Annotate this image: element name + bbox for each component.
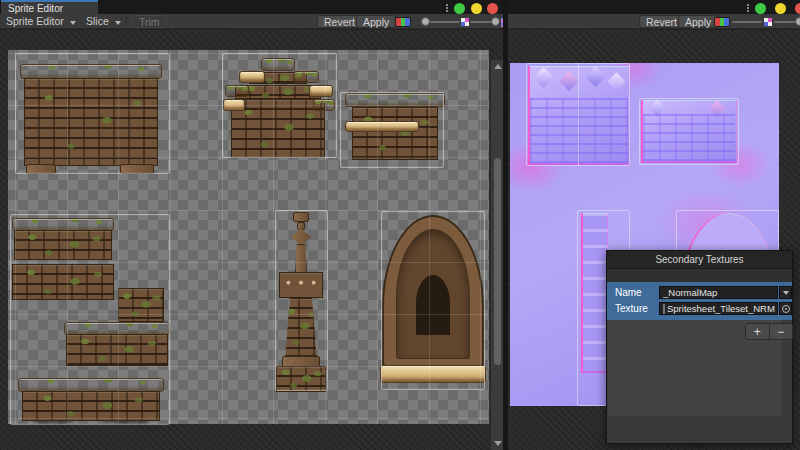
sprite-brick-bar[interactable] bbox=[12, 218, 114, 260]
sprite-arched-portal[interactable] bbox=[382, 215, 484, 383]
chevron-down-icon bbox=[68, 15, 76, 27]
list-edit-buttons: + − bbox=[745, 323, 793, 340]
tab-sprite-editor[interactable]: Sprite Editor bbox=[1, 0, 98, 14]
panel-band bbox=[607, 269, 792, 282]
rgb-alpha-toggle-icon[interactable] bbox=[395, 17, 411, 27]
right-tab-bar bbox=[508, 0, 800, 14]
left-tab-bar: Sprite Editor bbox=[0, 0, 503, 14]
normal-map-canvas[interactable]: Secondary Textures Name _NormalMap Textu… bbox=[508, 30, 800, 450]
selected-entry[interactable]: Name _NormalMap Texture Spritesheet_Tile… bbox=[607, 282, 792, 320]
zoom-slider[interactable] bbox=[426, 21, 460, 23]
rgb-alpha-toggle-icon[interactable] bbox=[714, 17, 730, 27]
more-options-icon[interactable] bbox=[747, 4, 749, 6]
zoom-slider-knob[interactable] bbox=[421, 17, 430, 26]
panel-title: Secondary Textures bbox=[607, 251, 792, 269]
window-dot-yellow-icon[interactable] bbox=[471, 3, 482, 14]
nm-wall-tile bbox=[528, 66, 630, 165]
sprite-brick-bar[interactable] bbox=[118, 288, 164, 322]
scrollbar-thumb[interactable] bbox=[494, 158, 501, 365]
apply-button[interactable]: Apply bbox=[678, 15, 718, 28]
remove-entry-button[interactable]: − bbox=[770, 324, 793, 339]
chevron-down-icon bbox=[113, 15, 121, 27]
vertical-scrollbar[interactable] bbox=[490, 60, 503, 450]
mipmap-small-icon bbox=[461, 18, 469, 26]
right-toolbar: Revert Apply bbox=[508, 14, 800, 29]
sprite-stone-wall[interactable] bbox=[20, 64, 162, 174]
sprite-platform-block[interactable] bbox=[345, 93, 445, 160]
secondary-textures-panel: Secondary Textures Name _NormalMap Textu… bbox=[606, 250, 793, 444]
tab-label: Sprite Editor bbox=[8, 3, 63, 14]
sprite-skull-pillar[interactable] bbox=[276, 212, 326, 392]
toolbar-separator bbox=[126, 16, 127, 26]
texture-transparency-checker[interactable] bbox=[8, 50, 489, 424]
sprite-stepped-wall[interactable] bbox=[223, 58, 335, 158]
object-picker-button[interactable] bbox=[779, 302, 792, 315]
window-dot-yellow-icon[interactable] bbox=[775, 3, 786, 14]
mipmap-slider-knob[interactable] bbox=[491, 17, 500, 26]
nm-brick-tile bbox=[641, 100, 737, 163]
sprite-editor-window: Sprite Editor Sprite Editor Slice Trim R… bbox=[0, 0, 800, 450]
more-options-icon[interactable] bbox=[446, 4, 448, 6]
name-label: Name bbox=[615, 287, 642, 298]
left-toolbar: Sprite Editor Slice Trim Revert Apply bbox=[0, 14, 503, 29]
name-field[interactable]: _NormalMap bbox=[659, 286, 778, 299]
apply-button[interactable]: Apply bbox=[356, 15, 396, 28]
sprite-canvas[interactable] bbox=[0, 30, 503, 450]
texture-label: Texture bbox=[615, 303, 648, 314]
sprite-editor-pane: Sprite Editor Sprite Editor Slice Trim R… bbox=[0, 0, 503, 450]
add-entry-button[interactable]: + bbox=[746, 324, 770, 339]
sprite-wide-platform[interactable] bbox=[18, 378, 164, 423]
texture-thumbnail-icon bbox=[663, 304, 665, 314]
sprite-brick-bar[interactable] bbox=[64, 322, 170, 366]
window-dot-green-icon[interactable] bbox=[454, 3, 465, 14]
window-dot-green-icon[interactable] bbox=[755, 3, 766, 14]
window-dot-red-icon[interactable] bbox=[487, 3, 498, 14]
scroll-down-icon[interactable] bbox=[494, 441, 502, 446]
mipmap-small-icon bbox=[764, 18, 772, 26]
nm-pillar-tile bbox=[581, 213, 608, 373]
slice-dropdown[interactable]: Slice bbox=[86, 14, 121, 28]
normal-map-pane: Revert Apply bbox=[508, 0, 800, 450]
sprite-editor-mode-dropdown[interactable]: Sprite Editor bbox=[6, 14, 76, 28]
sprite-brick-bar[interactable] bbox=[12, 264, 114, 300]
mipmap-slider-knob[interactable] bbox=[795, 17, 800, 26]
texture-object-field[interactable]: Spritesheet_Tileset_NRM bbox=[659, 302, 778, 315]
object-picker-icon bbox=[782, 305, 790, 313]
trim-button[interactable]: Trim bbox=[132, 15, 167, 28]
scroll-up-icon[interactable] bbox=[494, 64, 502, 69]
window-dot-red-icon[interactable] bbox=[795, 3, 800, 14]
zoom-slider[interactable] bbox=[732, 21, 762, 23]
name-dropdown-button[interactable] bbox=[779, 286, 792, 299]
